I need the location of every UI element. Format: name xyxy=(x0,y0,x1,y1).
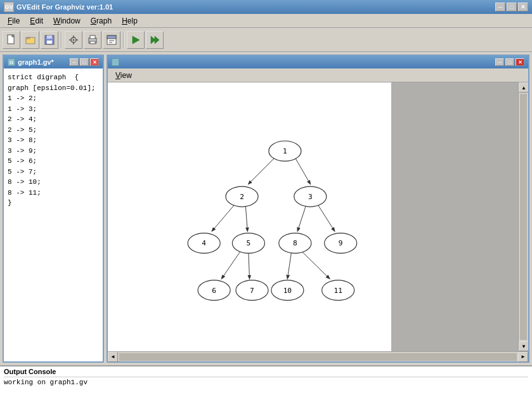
svg-line-32 xyxy=(302,251,330,278)
graph-titlebar: ─ □ ✕ xyxy=(108,56,528,68)
output-console-text: working on graph1.gv xyxy=(4,379,528,386)
svg-line-30 xyxy=(249,252,250,278)
app-title: GVEdit For Graphviz ver:1.01 xyxy=(16,3,495,11)
menu-edit[interactable]: Edit xyxy=(25,15,48,27)
run-button[interactable] xyxy=(127,31,145,49)
svg-rect-5 xyxy=(47,36,52,39)
editor-window: G graph1.gv* ─ □ ✕ strict digraph { grap… xyxy=(3,55,104,363)
output-console: Output Console working on graph1.gv xyxy=(0,365,532,402)
svg-text:7: 7 xyxy=(250,287,254,295)
scrollbar-thumb[interactable] xyxy=(520,94,527,340)
settings-button[interactable] xyxy=(65,31,82,49)
svg-rect-17 xyxy=(107,36,116,39)
svg-text:9: 9 xyxy=(339,239,343,247)
scrollbar-down-btn[interactable]: ▼ xyxy=(519,341,528,351)
svg-line-29 xyxy=(222,251,241,278)
svg-text:1: 1 xyxy=(283,147,287,155)
main-content: G graph1.gv* ─ □ ✕ strict digraph { grap… xyxy=(0,52,532,365)
svg-text:10: 10 xyxy=(283,287,292,295)
svg-text:2: 2 xyxy=(240,193,244,201)
svg-text:3: 3 xyxy=(308,193,313,201)
editor-icon: G xyxy=(8,58,15,66)
svg-marker-20 xyxy=(133,36,139,44)
menu-bar: File Edit Window Graph Help xyxy=(0,14,532,28)
editor-minimize-btn[interactable]: ─ xyxy=(70,58,79,66)
editor-titlebar-controls: ─ □ ✕ xyxy=(70,58,99,66)
svg-text:6: 6 xyxy=(212,287,216,295)
svg-rect-6 xyxy=(47,41,52,44)
titlebar-controls: ─ □ ✕ xyxy=(495,3,528,11)
editor-content[interactable]: strict digraph { graph [epsilon=0.01]; 1… xyxy=(4,68,103,361)
close-button[interactable]: ✕ xyxy=(518,3,528,11)
new-button[interactable] xyxy=(3,31,20,49)
svg-rect-15 xyxy=(90,41,95,44)
export-button[interactable] xyxy=(103,31,120,49)
open-button[interactable] xyxy=(22,31,39,49)
svg-line-28 xyxy=(317,203,335,231)
graph-minimize-btn[interactable]: ─ xyxy=(495,58,504,66)
menu-file[interactable]: File xyxy=(3,15,25,27)
graph-window-icon xyxy=(112,58,119,66)
svg-text:8: 8 xyxy=(293,239,297,247)
app-titlebar: GV GVEdit For Graphviz ver:1.01 ─ □ ✕ xyxy=(0,0,532,14)
menu-help[interactable]: Help xyxy=(117,15,143,27)
svg-line-24 xyxy=(295,158,310,185)
graph-view-menu[interactable]: View xyxy=(113,71,134,80)
minimize-button[interactable]: ─ xyxy=(495,3,505,11)
svg-text:11: 11 xyxy=(334,287,342,295)
graph-titlebar-controls: ─ □ ✕ xyxy=(495,58,524,66)
graph-maximize-btn[interactable]: □ xyxy=(505,58,514,66)
menu-window[interactable]: Window xyxy=(48,15,86,27)
graph-svg: 1 2 3 4 5 8 xyxy=(108,82,391,351)
svg-line-26 xyxy=(245,204,247,231)
scrollbar-up-btn[interactable]: ▲ xyxy=(519,82,528,93)
app-icon: GV xyxy=(4,2,14,12)
editor-title: graph1.gv* xyxy=(18,58,67,66)
graph-scrollbar-vertical[interactable]: ▲ ▼ xyxy=(518,82,528,351)
graph-menubar: View xyxy=(108,68,528,82)
svg-line-31 xyxy=(287,251,291,278)
print-button[interactable] xyxy=(84,31,101,49)
graph-body: 1 2 3 4 5 8 xyxy=(108,82,528,351)
svg-line-25 xyxy=(212,203,236,231)
toolbar-sep-1 xyxy=(61,32,62,48)
svg-point-8 xyxy=(73,39,75,41)
svg-line-23 xyxy=(249,158,275,185)
editor-maximize-btn[interactable]: □ xyxy=(80,58,89,66)
graph-close-btn[interactable]: ✕ xyxy=(516,58,524,66)
run-all-button[interactable] xyxy=(146,31,164,49)
output-console-header: Output Console xyxy=(4,368,528,377)
scrollbar-left-btn[interactable]: ◄ xyxy=(108,352,118,362)
toolbar xyxy=(0,28,532,52)
svg-line-27 xyxy=(297,203,306,231)
toolbar-sep-2 xyxy=(123,32,124,48)
svg-marker-22 xyxy=(155,36,159,44)
svg-rect-14 xyxy=(90,36,95,39)
graph-canvas: 1 2 3 4 5 8 xyxy=(108,82,391,351)
save-button[interactable] xyxy=(41,31,58,49)
menu-graph[interactable]: Graph xyxy=(86,15,117,27)
graph-gray-area xyxy=(391,82,518,351)
svg-text:5: 5 xyxy=(247,239,251,247)
editor-close-btn[interactable]: ✕ xyxy=(90,58,99,66)
maximize-button[interactable]: □ xyxy=(507,3,517,11)
scrollbar-right-btn[interactable]: ► xyxy=(518,352,528,362)
svg-text:4: 4 xyxy=(202,239,206,247)
editor-titlebar: G graph1.gv* ─ □ ✕ xyxy=(4,56,103,68)
graph-window: ─ □ ✕ View xyxy=(107,55,529,363)
graph-scrollbar-horizontal[interactable]: ◄ ► xyxy=(108,351,528,361)
scrollbar-h-thumb[interactable] xyxy=(119,353,517,361)
